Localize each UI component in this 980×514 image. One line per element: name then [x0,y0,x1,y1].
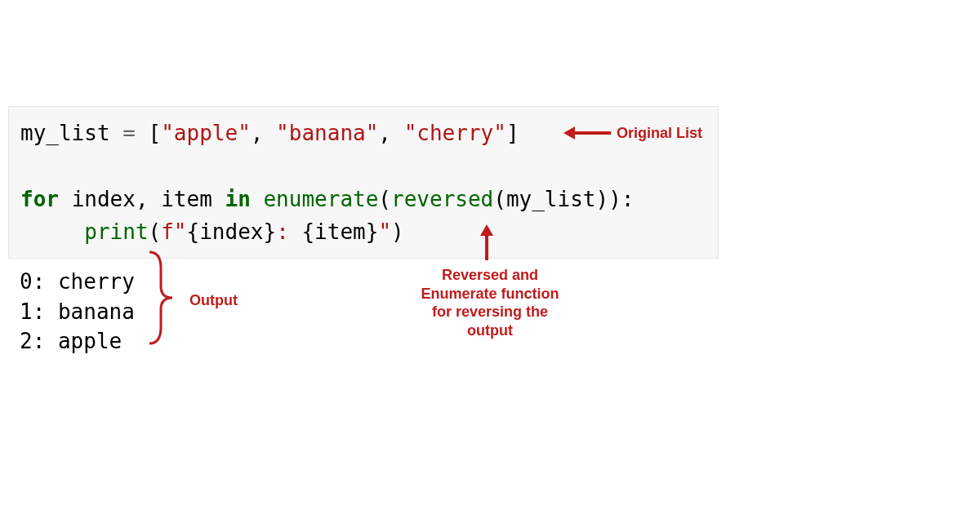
content: my_list = ["apple", "banana", "cherry"] … [8,106,719,356]
code-quote: " [276,121,289,145]
output-line-2: 2: apple [20,329,122,353]
code-brace-open: { [187,219,200,244]
code-var-index-ref: index [199,219,263,244]
code-brace-close: } [263,219,276,244]
code-paren-open: ( [149,219,162,244]
code-space [59,187,72,211]
output-line-1: 1: banana [20,299,135,324]
code-quote: " [404,121,417,145]
code-paren-close: ) [595,187,608,211]
code-quote: " [366,121,379,145]
output-line-0: 0: cherry [20,269,135,294]
code-close-bracket: ] [506,121,519,145]
code-string-cherry: cherry [416,121,493,145]
code-colon: : [621,187,635,211]
code-keyword-for: for [20,187,59,211]
code-brace-close: } [366,219,379,244]
code-func-enumerate: enumerate [263,187,378,211]
code-space [251,187,264,211]
code-variable: my_list [20,121,110,145]
code-indent [20,219,84,244]
code-paren-open: ( [378,187,391,211]
code-paren-open: ( [493,187,506,211]
code-quote: " [161,121,174,145]
code-string-banana: banana [289,121,366,145]
code-space [212,187,225,211]
code-func-print: print [84,219,148,244]
code-keyword-in: in [225,187,251,211]
code-literal-colon: : [276,219,301,244]
code-quote: " [493,121,506,145]
code-func-reversed: reversed [391,187,493,211]
code-block: my_list = ["apple", "banana", "cherry"] … [8,106,719,259]
code-quote: " [238,121,251,145]
code-variable-ref: my_list [506,187,596,211]
code-var-item-ref: item [314,219,366,244]
code-open-bracket: [ [149,121,162,145]
code-comma-plain: , [136,187,149,211]
code-quote-close: " [378,219,391,244]
code-paren-close: ) [391,219,404,244]
code-var-item: item [161,187,212,211]
code-string-apple: apple [174,121,238,145]
code-equals: = [110,121,149,145]
code-comma: , [251,121,276,145]
code-fstring-open: f" [161,219,186,244]
code-comma: , [378,121,403,145]
output-block: 0: cherry 1: banana 2: apple [8,259,719,356]
code-space [149,187,162,211]
code-brace-open: { [301,219,314,244]
code-var-index: index [72,187,136,211]
code-paren-close: ) [608,187,621,211]
